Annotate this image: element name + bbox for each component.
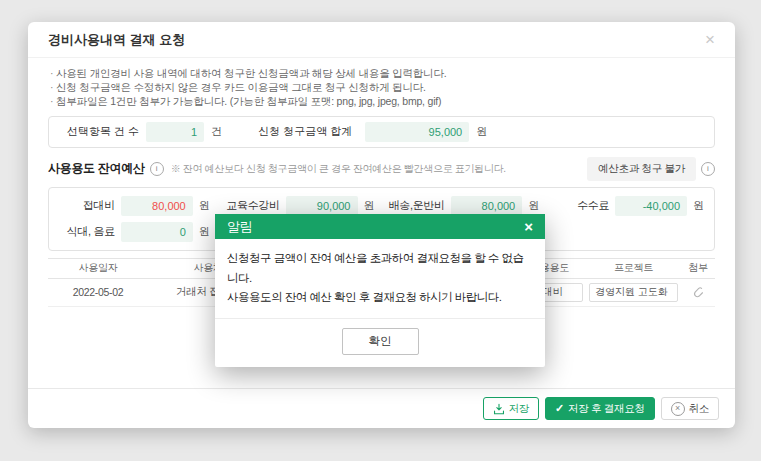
guide-note: 신청 청구금액은 수정하지 않은 경우 카드 이용금액 그대로 청구 신청하게 … — [50, 80, 713, 94]
cancel-button[interactable]: × 취소 — [661, 397, 719, 420]
budget-label: 식대, 음료 — [59, 224, 115, 239]
currency-unit: 원 — [693, 198, 704, 213]
col-attachment: 첨부 — [681, 261, 715, 275]
alert-message: 신청청구 금액이 잔여 예산을 초과하여 결재요청을 할 수 없습니다. 사용용… — [215, 239, 545, 318]
over-budget-status-badge: 예산초과 청구 불가 — [587, 157, 696, 181]
alert-modal: 알림 × 신청청구 금액이 잔여 예산을 초과하여 결재요청을 할 수 없습니다… — [215, 214, 545, 367]
budget-cell: 교육수강비 90,000 원 — [224, 196, 375, 216]
budget-value-2[interactable]: 80,000 — [451, 196, 522, 216]
budget-section-header: 사용용도 잔여예산 i ※ 잔여 예산보다 신청 청구금액이 큰 경우 잔여예산… — [48, 157, 715, 181]
cancel-circle-x-icon: × — [671, 402, 685, 416]
budget-label: 수수료 — [553, 198, 609, 213]
guide-note: 첨부파일은 1건만 첨부가 가능합니다. (가능한 첨부파일 포맷: png, … — [50, 94, 713, 108]
dialog-footer: 저장 ✓ 저장 후 결재요청 × 취소 — [28, 388, 735, 428]
use-date: 2022-05-02 — [48, 286, 148, 298]
currency-unit: 원 — [199, 224, 210, 239]
total-amount-input[interactable]: 95,000 — [365, 122, 469, 142]
alert-message-line: 신청청구 금액이 잔여 예산을 초과하여 결재요청을 할 수 없습니다. — [227, 249, 533, 288]
budget-cell: 식대, 음료 0 원 — [59, 222, 210, 242]
budget-value-4[interactable]: 0 — [121, 222, 193, 242]
budget-cell: 수수료 -40,000 원 — [553, 196, 704, 216]
budget-label: 교육수강비 — [224, 198, 280, 213]
dialog-title: 경비사용내역 결재 요청 — [48, 31, 185, 49]
currency-unit: 원 — [476, 124, 487, 139]
count-unit: 건 — [211, 124, 222, 139]
project-input[interactable]: 경영지원 고도화 — [589, 283, 678, 302]
budget-cell: 배송,운반비 80,000 원 — [389, 196, 540, 216]
budget-label: 배송,운반비 — [389, 198, 445, 213]
confirm-button[interactable]: 확인 — [342, 328, 419, 355]
guide-notes: 사용된 개인경비 사용 내역에 대하여 청구한 신청금액과 해당 상세 내용을 … — [28, 58, 735, 109]
budget-heading: 사용용도 잔여예산 — [48, 160, 145, 177]
currency-unit: 원 — [528, 198, 539, 213]
budget-value-1[interactable]: 90,000 — [286, 196, 358, 216]
alert-close-icon[interactable]: × — [524, 219, 533, 234]
info-icon[interactable]: i — [150, 162, 164, 176]
col-use-date: 사용일자 — [48, 261, 148, 275]
close-icon[interactable]: × — [705, 31, 715, 48]
alert-header: 알림 × — [215, 214, 545, 239]
budget-label: 접대비 — [59, 198, 115, 213]
selection-summary: 선택항목 건 수 1 건 신청 청구금액 합계 95,000 원 — [48, 116, 715, 148]
attachment-cell[interactable] — [681, 286, 715, 299]
budget-note: ※ 잔여 예산보다 신청 청구금액이 큰 경우 잔여예산은 빨간색으로 표기됩니… — [171, 162, 506, 176]
selected-count-label: 선택항목 건 수 — [67, 124, 139, 139]
currency-unit: 원 — [364, 198, 375, 213]
budget-cell-empty: 원 — [553, 222, 704, 242]
save-and-request-label: 저장 후 결재요청 — [568, 402, 645, 416]
save-and-request-button[interactable]: ✓ 저장 후 결재요청 — [545, 397, 655, 420]
check-icon: ✓ — [555, 402, 564, 415]
alert-message-line: 사용용도의 잔여 예산 확인 후 결재요청 하시기 바랍니다. — [227, 288, 533, 308]
info-icon[interactable]: i — [701, 162, 715, 176]
budget-value-3[interactable]: -40,000 — [615, 196, 687, 216]
alert-footer: 확인 — [215, 318, 545, 367]
save-button[interactable]: 저장 — [483, 397, 539, 420]
total-amount-label: 신청 청구금액 합계 — [258, 124, 352, 139]
paperclip-icon — [692, 286, 705, 299]
guide-note: 사용된 개인경비 사용 내역에 대하여 청구한 신청금액과 해당 상세 내용을 … — [50, 66, 713, 80]
selected-count-input[interactable]: 1 — [146, 122, 204, 142]
alert-title: 알림 — [227, 218, 252, 236]
save-label: 저장 — [509, 402, 529, 416]
cancel-label: 취소 — [689, 402, 709, 416]
backdrop: 경비사용내역 결재 요청 × 사용된 개인경비 사용 내역에 대하여 청구한 신… — [0, 0, 761, 461]
col-project: 프로젝트 — [586, 261, 681, 275]
currency-unit: 원 — [199, 198, 210, 213]
budget-cell: 접대비 80,000 원 — [59, 196, 210, 216]
budget-value-0[interactable]: 80,000 — [121, 196, 193, 216]
dialog-header: 경비사용내역 결재 요청 × — [28, 22, 735, 58]
save-icon — [493, 403, 505, 415]
